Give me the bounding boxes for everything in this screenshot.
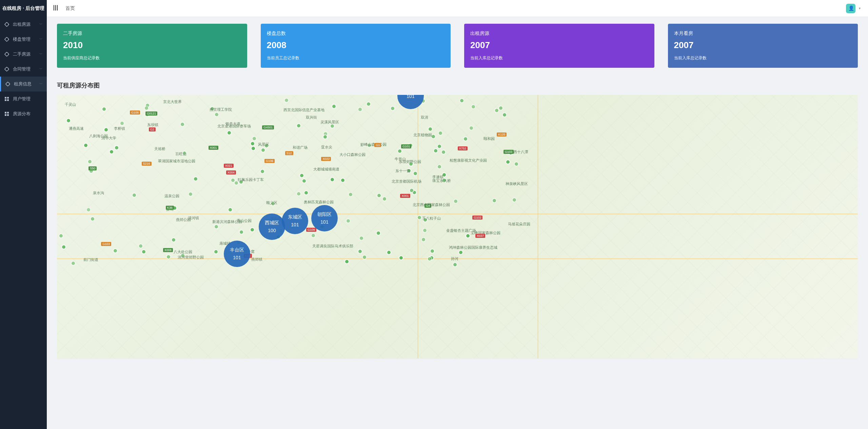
map-poi-dot xyxy=(463,137,468,141)
cluster-count: 100 xyxy=(268,227,276,234)
svg-rect-27 xyxy=(5,99,6,101)
chevron-down-icon: ﹀ xyxy=(39,22,43,27)
chevron-down-icon: ﹀ xyxy=(39,67,43,72)
map-poi-dot xyxy=(346,219,351,223)
map-cluster-4[interactable]: 丰台区101 xyxy=(224,241,250,267)
sidebar-item-label: 用户管理 xyxy=(13,96,43,102)
road-badge: X004 xyxy=(226,170,236,175)
map-poi-dot xyxy=(260,169,265,174)
map-place-label: 和谐广场 xyxy=(293,145,308,150)
map-poi-dot xyxy=(214,224,219,229)
map-poi-dot xyxy=(421,237,426,242)
sidebar-item-5[interactable]: 用户管理 xyxy=(0,91,47,106)
road-badge: X001 xyxy=(400,194,410,198)
stat-title: 出租房源 xyxy=(470,30,648,37)
road-badge: G103 xyxy=(101,242,111,246)
map-place-label: 顺义区 xyxy=(266,200,277,205)
map-place-label: 京北大世界 xyxy=(163,99,182,104)
cluster-district: 朝阳区 xyxy=(317,211,332,218)
map-poi-dot xyxy=(471,104,476,109)
map-place-label: 翠湖国家城市湿地公园 xyxy=(158,159,195,164)
stat-card-2[interactable]: 出租房源2007当前入库总记录数 xyxy=(464,24,654,68)
stat-value: 2010 xyxy=(63,40,241,50)
sidebar-item-label: 出租房源 xyxy=(13,21,39,27)
svg-rect-29 xyxy=(5,112,6,114)
map-cluster-1[interactable]: 西城区100 xyxy=(259,213,285,240)
map-poi-dot xyxy=(359,236,364,241)
map-poi-dot xyxy=(83,143,88,148)
map-place-label: 王八粒子山 xyxy=(422,216,441,221)
map-place-label: 珠宝东大桥 xyxy=(432,178,451,183)
map-place-label: 前门街道 xyxy=(83,257,98,262)
map-poi-dot xyxy=(387,250,391,255)
map-place-label: 清河营郊野公园 xyxy=(178,255,204,260)
sidebar-item-6[interactable]: 房源分布 xyxy=(0,106,47,121)
sidebar-item-3[interactable]: 合同管理﹀ xyxy=(0,62,47,77)
map-poi-dot xyxy=(438,131,443,136)
map-poi-dot xyxy=(250,141,255,146)
svg-point-15 xyxy=(5,67,8,71)
map-poi-dot xyxy=(409,188,414,193)
map-place-label: 八刹海公园 xyxy=(89,134,108,139)
map-poi-dot xyxy=(437,164,442,169)
map-poi-dot xyxy=(90,217,95,221)
map-poi-dot xyxy=(340,178,345,183)
map-poi-dot xyxy=(302,179,307,183)
sidebar-item-1[interactable]: 楼盘管理﹀ xyxy=(0,32,47,47)
stat-desc: 当前员工总记录数 xyxy=(267,55,445,61)
map-place-label: 鸿坤森林公园国际康养生态城 xyxy=(449,245,497,250)
stat-title: 本月看房 xyxy=(674,30,852,37)
map-place-label: 燕郊镇 xyxy=(251,257,262,262)
stat-desc: 当前入库总记录数 xyxy=(674,55,852,61)
map-poi-dot xyxy=(427,257,432,261)
map-poi-dot xyxy=(348,192,353,197)
svg-point-5 xyxy=(5,38,8,41)
map-poi-dot xyxy=(227,130,232,135)
road-badge: G101 xyxy=(401,144,411,148)
map-poi-dot xyxy=(132,193,137,198)
sidebar-item-2[interactable]: 二手房源﹀ xyxy=(0,47,47,62)
menu-toggle-button[interactable] xyxy=(54,5,59,12)
map-place-label: 西京北国际信息产业基地 xyxy=(283,107,324,113)
chevron-down-icon: ﹀ xyxy=(39,37,43,42)
map-poi-dot xyxy=(366,102,371,106)
stat-desc: 当前供应商总记录数 xyxy=(63,55,241,61)
map-poi-dot xyxy=(250,227,255,232)
map-poi-dot xyxy=(358,107,362,112)
main-area: 首页 ▼ 二手房源2010当前供应商总记录数楼盘总数2008当前员工总记录数出租… xyxy=(47,0,868,429)
road-badge: G108 xyxy=(130,110,140,115)
avatar[interactable] xyxy=(846,4,855,13)
map-poi-dot xyxy=(332,104,336,109)
map-cluster-3[interactable]: 朝阳区101 xyxy=(311,205,338,231)
cluster-district: 丰台区 xyxy=(230,246,244,253)
map-poi-dot xyxy=(376,231,381,236)
map-place-label: 大小口森林公园 xyxy=(339,152,366,157)
user-dropdown-toggle[interactable]: ▼ xyxy=(858,7,861,10)
map-container[interactable]: 风景区翠湖国家城市湿地公园牛首山清河营郊野公园北京首都国际机场新港滨河森林公园和… xyxy=(57,95,858,359)
map-cluster-2[interactable]: 东城区101 xyxy=(282,208,308,234)
map-place-label: 千灵山 xyxy=(65,102,76,107)
cluster-count: 101 xyxy=(291,221,299,228)
stat-card-3[interactable]: 本月看房2007当前入库总记录数 xyxy=(668,24,858,68)
header-bar: 首页 ▼ xyxy=(47,0,868,17)
map-place-label: 百旺山 xyxy=(175,151,186,157)
map-poi-dot xyxy=(323,135,328,139)
map-poi-dot xyxy=(166,254,171,259)
road-badge: X752 xyxy=(458,146,468,150)
svg-rect-30 xyxy=(7,112,9,114)
breadcrumb-home[interactable]: 首页 xyxy=(65,5,75,12)
sidebar-item-0[interactable]: 出租房源﹀ xyxy=(0,17,47,32)
map-place-label: 北京植物园 xyxy=(413,132,432,138)
crosshair-icon xyxy=(5,81,11,87)
road-badge: S12 xyxy=(285,151,293,155)
map-poi-dot xyxy=(430,249,435,253)
road-badge: K125 xyxy=(497,132,507,137)
sidebar-item-4[interactable]: 租房信息﹀ xyxy=(0,77,47,91)
map-poi-dot xyxy=(492,198,497,203)
map-poi-dot xyxy=(382,197,387,201)
stat-card-0[interactable]: 二手房源2010当前供应商总记录数 xyxy=(57,24,247,68)
map-place-label: 亚水尖 xyxy=(321,145,332,150)
stat-card-1[interactable]: 楼盘总数2008当前员工总记录数 xyxy=(261,24,451,68)
stat-value: 2007 xyxy=(674,40,852,50)
map-poi-dot xyxy=(458,250,463,255)
